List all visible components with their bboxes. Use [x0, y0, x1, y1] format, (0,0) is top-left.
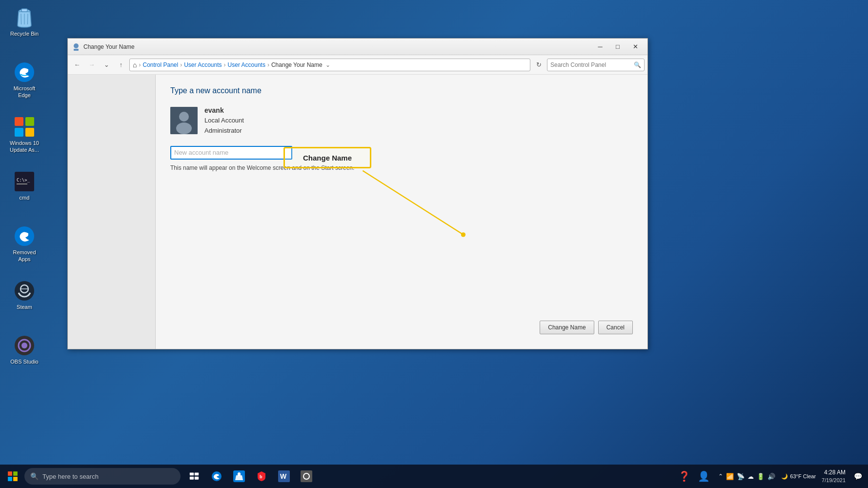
volume-icon[interactable]: 🔊 [767, 473, 775, 480]
refresh-button[interactable]: ↻ [532, 59, 545, 71]
cloud-icon[interactable]: ☁ [747, 473, 754, 480]
notification-button[interactable]: 💬 [851, 466, 864, 487]
address-bar: ← → ⌄ ↑ ⌂ › Control Panel › User Account… [68, 55, 647, 75]
hint-text: This name will appear on the Welcome scr… [170, 164, 633, 171]
start-button[interactable] [2, 466, 23, 487]
breadcrumb-current: Change Your Name [271, 61, 323, 68]
svg-rect-9 [17, 183, 27, 184]
svg-rect-1 [21, 9, 27, 12]
breadcrumb-sep-2: › [180, 61, 182, 68]
windows-update-icon [14, 116, 35, 138]
breadcrumb-sep-3: › [224, 61, 226, 68]
task-view-button[interactable] [183, 466, 205, 487]
windows-update-label: Windows 10 Update As... [8, 140, 41, 154]
recycle-bin-label: Recycle Bin [10, 30, 39, 37]
svg-rect-17 [74, 49, 79, 51]
search-box: 🔍 [547, 59, 645, 71]
svg-rect-6 [25, 128, 34, 137]
breadcrumb-user-accounts-1[interactable]: User Accounts [184, 61, 222, 68]
desktop-icon-steam[interactable]: Steam [5, 277, 44, 313]
cancel-button[interactable]: Cancel [598, 321, 633, 334]
removed-apps-icon [14, 225, 35, 247]
title-bar: Change Your Name ─ □ ✕ [68, 39, 647, 55]
clock-time: 4:28 AM [824, 468, 846, 477]
user-details: evank Local Account Administrator [204, 105, 244, 136]
svg-point-19 [179, 112, 189, 122]
cmd-icon: C:\>_ [14, 171, 35, 192]
breadcrumb-control-panel[interactable]: Control Panel [142, 61, 178, 68]
window: Change Your Name ─ □ ✕ ← → ⌄ ↑ ⌂ › Contr… [67, 38, 648, 349]
svg-point-20 [176, 122, 192, 134]
weather-display[interactable]: 🌙 63°F Clear [781, 473, 816, 480]
store-taskbar-button[interactable] [228, 466, 250, 487]
search-input[interactable] [550, 61, 634, 68]
home-icon[interactable]: ⌂ [133, 61, 137, 69]
weather-text: 63°F Clear [790, 473, 816, 479]
system-tray: ⌃ 📶 📡 ☁ 🔋 🔊 [714, 473, 779, 480]
cmd-label: cmd [20, 194, 30, 201]
svg-point-15 [21, 343, 27, 348]
clock[interactable]: 4:28 AM 7/19/2021 [818, 468, 849, 484]
name-input-row [170, 146, 633, 160]
microsoft-edge-icon [14, 61, 35, 83]
bitdefender-taskbar-button[interactable]: b [251, 466, 272, 487]
desktop-icon-windows-update[interactable]: Windows 10 Update As... [5, 113, 44, 157]
breadcrumb-user-accounts-2[interactable]: User Accounts [228, 61, 265, 68]
breadcrumb: ⌂ › Control Panel › User Accounts › User… [129, 59, 530, 71]
desktop-icon-recycle-bin[interactable]: Recycle Bin [5, 4, 44, 40]
title-bar-buttons: ─ □ ✕ [592, 41, 644, 53]
removed-apps-label: Removed Apps [8, 249, 41, 263]
svg-rect-26 [13, 477, 18, 481]
new-account-name-input[interactable] [170, 146, 292, 160]
taskbar-search[interactable]: 🔍 Type here to search [24, 468, 181, 485]
main-content: Type a new account name evank Local Acco… [156, 75, 647, 349]
help-button[interactable]: ❓ [675, 466, 693, 487]
forward-button[interactable]: → [85, 59, 98, 71]
svg-text:W: W [280, 472, 287, 480]
wifi-icon[interactable]: 📡 [737, 473, 745, 480]
taskbar-right: ❓ 👤 ⌃ 📶 📡 ☁ 🔋 🔊 🌙 63°F Clear 4:28 AM 7/1… [675, 466, 866, 487]
svg-rect-27 [190, 473, 194, 476]
window-body: Type a new account name evank Local Acco… [68, 75, 647, 349]
breadcrumb-dropdown-icon[interactable]: ⌄ [325, 61, 330, 68]
left-panel [68, 75, 156, 349]
svg-rect-23 [8, 471, 12, 476]
obs-studio-icon [14, 335, 35, 356]
recent-button[interactable]: ⌄ [100, 59, 113, 71]
steam-icon [14, 280, 35, 302]
maximize-button[interactable]: □ [609, 41, 626, 53]
desktop-icon-cmd[interactable]: C:\>_ cmd [5, 168, 44, 204]
search-icon[interactable]: 🔍 [634, 61, 641, 68]
taskbar-search-icon: 🔍 [30, 472, 39, 480]
network-icon[interactable]: 📶 [726, 473, 734, 480]
svg-rect-25 [8, 477, 12, 481]
svg-rect-29 [190, 477, 194, 480]
up-button[interactable]: ↑ [115, 59, 127, 71]
edge-taskbar-button[interactable] [206, 466, 227, 487]
word-taskbar-button[interactable]: W [273, 466, 295, 487]
svg-point-11 [15, 281, 34, 301]
change-name-button[interactable]: Change Name [540, 321, 594, 334]
desktop-icon-microsoft-edge[interactable]: Microsoft Edge [5, 59, 44, 102]
section-title: Type a new account name [170, 86, 633, 95]
desktop-icon-removed-apps[interactable]: Removed Apps [5, 223, 44, 266]
breadcrumb-sep-4: › [267, 61, 269, 68]
people-button[interactable]: 👤 [695, 466, 712, 487]
taskbar-search-placeholder: Type here to search [42, 473, 99, 480]
battery-icon[interactable]: 🔋 [757, 473, 765, 480]
svg-rect-37 [301, 470, 312, 482]
svg-point-22 [461, 232, 465, 237]
app6-taskbar-button[interactable] [296, 466, 317, 487]
minimize-button[interactable]: ─ [592, 41, 608, 53]
breadcrumb-sep-1: › [139, 61, 141, 68]
svg-rect-5 [15, 128, 23, 137]
microsoft-edge-label: Microsoft Edge [8, 85, 41, 99]
obs-studio-label: OBS Studio [10, 358, 38, 365]
chevron-up-icon[interactable]: ⌃ [718, 473, 723, 480]
account-type: Local Account [204, 116, 244, 126]
callout-box: Change Name [283, 147, 371, 168]
close-button[interactable]: ✕ [627, 41, 644, 53]
back-button[interactable]: ← [71, 59, 83, 71]
desktop-icon-obs-studio[interactable]: OBS Studio [5, 332, 44, 368]
moon-icon: 🌙 [781, 473, 788, 480]
